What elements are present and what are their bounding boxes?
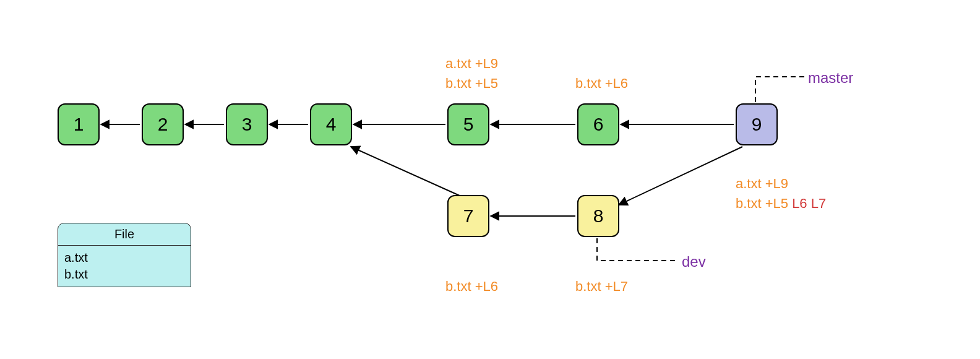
commit-node-4: 4 bbox=[310, 103, 352, 145]
commit-node-5: 5 bbox=[447, 103, 489, 145]
annot-commit9-l2c: L7 bbox=[811, 196, 826, 211]
commit-label: 3 bbox=[242, 114, 252, 135]
commit-node-9: 9 bbox=[736, 103, 778, 145]
annot-commit9-line2: b.txt +L5 L6 L7 bbox=[736, 194, 826, 213]
file-list-item: a.txt bbox=[64, 249, 184, 266]
annot-commit5-line1: a.txt +L9 bbox=[445, 54, 498, 73]
commit-label: 6 bbox=[593, 114, 604, 135]
branch-label-master: master bbox=[808, 68, 853, 88]
commit-node-7: 7 bbox=[447, 195, 489, 237]
diagram-stage: 1 2 3 4 5 6 9 7 8 a.txt +L9 b.txt +L5 b.… bbox=[0, 0, 980, 359]
svg-line-8 bbox=[619, 147, 742, 205]
branch-label-dev: dev bbox=[682, 252, 706, 272]
commit-node-8: 8 bbox=[577, 195, 619, 237]
annot-commit7: b.txt +L6 bbox=[445, 277, 498, 296]
commit-label: 5 bbox=[463, 114, 474, 135]
annot-commit9-l2b: L6 bbox=[792, 196, 811, 211]
commit-label: 4 bbox=[326, 114, 337, 135]
edges-layer bbox=[0, 0, 980, 359]
annot-commit8: b.txt +L7 bbox=[575, 277, 628, 296]
commit-label: 1 bbox=[74, 114, 84, 135]
annot-commit9-line1: a.txt +L9 bbox=[736, 175, 788, 193]
commit-node-6: 6 bbox=[577, 103, 619, 145]
annot-commit5-line2: b.txt +L5 bbox=[445, 74, 498, 93]
commit-label: 9 bbox=[752, 114, 762, 135]
commit-node-3: 3 bbox=[226, 103, 268, 145]
file-list-item: b.txt bbox=[64, 266, 184, 283]
annot-commit9-l2a: b.txt +L5 bbox=[736, 196, 792, 211]
commit-label: 2 bbox=[158, 114, 168, 135]
commit-label: 7 bbox=[463, 205, 474, 227]
commit-label: 8 bbox=[593, 205, 604, 227]
commit-node-2: 2 bbox=[142, 103, 184, 145]
file-list-box: File a.txt b.txt bbox=[58, 223, 191, 287]
annot-commit6: b.txt +L6 bbox=[575, 74, 628, 93]
commit-node-1: 1 bbox=[58, 103, 100, 145]
svg-line-6 bbox=[351, 147, 461, 196]
file-list-title: File bbox=[58, 223, 191, 246]
